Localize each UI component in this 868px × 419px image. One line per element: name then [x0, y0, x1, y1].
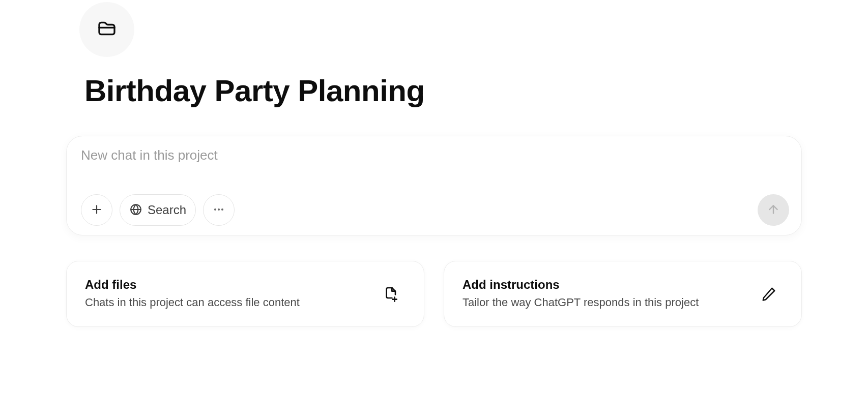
svg-point-4	[218, 208, 220, 210]
chat-toolbar: Search	[81, 194, 789, 226]
page-title: Birthday Party Planning	[84, 73, 802, 108]
add-instructions-text: Add instructions Tailor the way ChatGPT …	[462, 278, 755, 310]
chat-input-box[interactable]: New chat in this project	[66, 136, 802, 235]
svg-point-3	[214, 208, 216, 210]
chat-input-area[interactable]: New chat in this project	[81, 147, 789, 194]
plus-icon	[90, 203, 103, 218]
add-files-desc: Chats in this project can access file co…	[85, 295, 367, 310]
project-page: Birthday Party Planning New chat in this…	[0, 2, 868, 327]
add-instructions-desc: Tailor the way ChatGPT responds in this …	[462, 295, 744, 310]
more-horizontal-icon	[212, 202, 226, 218]
arrow-up-icon	[767, 203, 780, 218]
folder-icon	[97, 18, 117, 41]
add-attachment-button[interactable]	[81, 194, 112, 226]
add-instructions-card[interactable]: Add instructions Tailor the way ChatGPT …	[444, 261, 802, 327]
pencil-icon	[755, 280, 783, 308]
more-options-button[interactable]	[203, 194, 235, 226]
add-files-text: Add files Chats in this project can acce…	[85, 278, 377, 310]
file-plus-icon	[377, 280, 406, 308]
svg-point-5	[221, 208, 223, 210]
add-files-card[interactable]: Add files Chats in this project can acce…	[66, 261, 424, 327]
add-instructions-title: Add instructions	[462, 278, 744, 292]
action-cards-row: Add files Chats in this project can acce…	[66, 261, 802, 327]
search-button[interactable]: Search	[120, 194, 196, 226]
search-button-label: Search	[148, 203, 186, 217]
project-icon-wrap	[79, 2, 802, 57]
send-button[interactable]	[758, 194, 789, 226]
chat-input-placeholder: New chat in this project	[81, 147, 218, 163]
project-folder-badge	[79, 2, 134, 57]
globe-icon	[129, 203, 142, 218]
add-files-title: Add files	[85, 278, 367, 292]
